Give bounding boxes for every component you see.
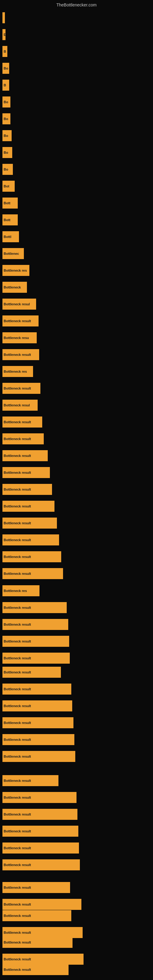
bar-item xyxy=(2,12,5,23)
bar-label: B xyxy=(4,49,6,53)
bar-label: Bottleneck result xyxy=(4,319,31,323)
bar-label: Bottleneck result xyxy=(4,738,31,741)
bar-item: Bo xyxy=(2,164,13,175)
bar-item: Bo xyxy=(2,147,12,158)
bar-item: Bottleneck result xyxy=(2,964,69,975)
bar-label: Bo xyxy=(4,134,8,137)
bar-item: Bottleneck res xyxy=(2,366,33,377)
bar-label: Bottleneck result xyxy=(4,353,31,356)
bar-item: Bo xyxy=(2,97,10,108)
bar-label: Bottleneck result xyxy=(4,656,31,660)
bar-label: Bottleneck result xyxy=(4,863,31,867)
bar-item: Bottleneck result xyxy=(2,667,61,678)
bar-item: Bo xyxy=(2,130,12,141)
bar-item: Bottleneck result xyxy=(2,843,79,854)
bar-item: Bottleneck res xyxy=(2,585,40,596)
bar-item: Bottleneck result xyxy=(2,775,59,786)
bar-item: Bottleneck result xyxy=(2,619,68,630)
bar-label: Bottleneck result xyxy=(4,387,31,390)
bar-label: Bottleneck result xyxy=(4,940,31,944)
bar-label: Bottleneck result xyxy=(4,538,31,542)
bar-label: Bottleneck result xyxy=(4,957,31,961)
bar-label: Bottleneck result xyxy=(4,521,31,525)
bar-item: Bottleneck result xyxy=(2,383,40,394)
bar-item: Bottleneck resul xyxy=(2,299,36,310)
bar-item: Bottleneck resu xyxy=(2,332,37,343)
bar-label: Bottleneck result xyxy=(4,813,31,816)
bar-item: Bottleneck result xyxy=(2,602,67,613)
bar-label: Bottleneck result xyxy=(4,572,31,576)
bar-label: Bottleneck result xyxy=(4,968,31,971)
bar-item: Bottleneck resul xyxy=(2,400,38,411)
bar-item: Bottleneck result xyxy=(2,636,69,647)
bar-label: Bottleneck result xyxy=(4,902,31,906)
bar-label: B xyxy=(4,83,6,87)
bar-item: Bottleneck result xyxy=(2,684,71,695)
bar-label: Bottleneck resul xyxy=(4,302,30,306)
bar-item: Bottleneck result xyxy=(2,751,75,762)
bar-item: Bottleneck result xyxy=(2,734,74,745)
bar-item: Bott xyxy=(2,215,18,225)
bar-item: B xyxy=(2,46,7,57)
bar-label: Bo xyxy=(4,151,8,154)
bar-item: E xyxy=(2,29,5,40)
bar-item: Bottleneck xyxy=(2,282,27,293)
bar-item: Bo xyxy=(2,113,10,124)
bar-label: Bott xyxy=(4,218,10,222)
bar-item: Bottleneck result xyxy=(2,700,72,711)
bar-item: Bottleneck result xyxy=(2,652,70,663)
bar-item: Bottleneck result xyxy=(2,809,77,820)
bar-item: Bottleneck result xyxy=(2,315,38,326)
bar-label: Bottleneck result xyxy=(4,886,31,889)
bar-label: Bo xyxy=(4,100,8,104)
bar-label: Bottleneck result xyxy=(4,931,31,934)
bar-item: Bottleneck result xyxy=(2,551,61,562)
bar-item: Bottleneck result xyxy=(2,467,50,478)
bar-label: Bottl xyxy=(4,235,11,239)
bar-label: Bottleneck xyxy=(4,285,21,289)
bar-label: Bo xyxy=(4,167,8,171)
bar-item: Bottleneck result xyxy=(2,484,52,495)
bar-item: Bottleneck result xyxy=(2,910,71,921)
bar-item: Bottleneck result xyxy=(2,899,81,910)
bar-label: Bo xyxy=(4,117,8,121)
bar-label: Bottleneck result xyxy=(4,687,31,691)
bar-label: Bottleneck result xyxy=(4,606,31,609)
bar-item: Bottleneck result xyxy=(2,954,83,965)
bar-item: Bottleneck result xyxy=(2,417,42,428)
bar-item: Bottleneck result xyxy=(2,501,54,512)
bar-label: Bottleneck result xyxy=(4,504,31,508)
bar-label: Bottleneck result xyxy=(4,623,31,626)
bar-item: Bottleneck result xyxy=(2,433,44,444)
bar-item: Bottleneck result xyxy=(2,535,59,546)
bar-label: Bottleneck resu xyxy=(4,336,29,340)
bar-label: Bottleneck result xyxy=(4,640,31,643)
bar-label: Bottleneck result xyxy=(4,555,31,558)
bar-label: Bottleneck result xyxy=(4,721,31,725)
bar-label: Bottleneck result xyxy=(4,795,31,799)
bar-label: Bottleneck result xyxy=(4,704,31,708)
bar-item: Bottleneck result xyxy=(2,568,63,579)
bar-label: Bot xyxy=(4,185,9,188)
bar-item: Bottl xyxy=(2,231,19,242)
bar-label: E xyxy=(4,33,5,37)
bar-label: Bottleneck result xyxy=(4,471,31,474)
bar-item: Bott xyxy=(2,197,18,208)
bar-label: Bottleneck result xyxy=(4,670,31,674)
bar-label: Bottleneck result xyxy=(4,914,31,918)
bar-label: Bottleneck result xyxy=(4,454,31,458)
bar-label: Bottlenec xyxy=(4,252,19,255)
site-title: TheBottlenecker.com xyxy=(56,2,97,7)
bar-item: Bottleneck result xyxy=(2,882,70,893)
bar-item: Bottleneck result xyxy=(2,717,73,728)
bar-label: Bottleneck result xyxy=(4,846,31,850)
bar-label: Bottleneck res xyxy=(4,370,27,373)
bar-item: Bottleneck result xyxy=(2,859,80,870)
bar-item: Bottleneck result xyxy=(2,927,83,938)
bar-item: Bottleneck res xyxy=(2,265,29,276)
bar-label: Bottleneck resul xyxy=(4,403,30,407)
bar-label: Bott xyxy=(4,201,10,205)
bar-label: Bottleneck result xyxy=(4,437,31,441)
bar-label: Bo xyxy=(4,67,8,70)
bar-item: Bottleneck result xyxy=(2,826,78,837)
